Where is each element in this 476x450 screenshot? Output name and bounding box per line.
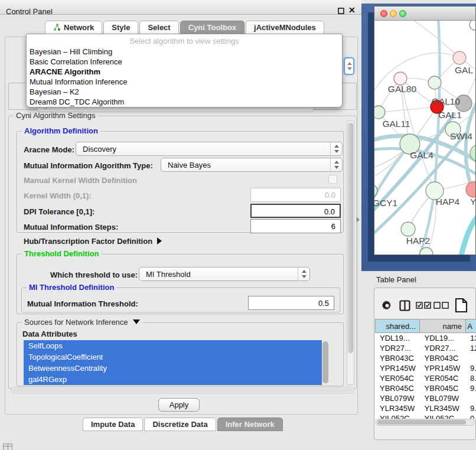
column-header[interactable]: shared... [375,319,420,333]
bottom-tab-infer-network[interactable]: Infer Network [217,418,283,431]
node-label: HAP4 [436,197,460,207]
which-threshold-select[interactable]: MI Threshold [139,267,310,281]
table-row[interactable]: YLR345WYLR345W9. [375,403,476,413]
dpi-tolerance-label: DPI Tolerance [0,1]: [24,207,94,216]
algorithm-dropdown: Select algorithm to view settings Bayesi… [26,34,343,107]
attribute-list-item[interactable]: gal4RGexp [24,374,322,385]
node-label: GAL4 [410,150,433,160]
table-cell: 0 [465,413,476,419]
settings-horizontal-scrollbar[interactable] [11,387,354,393]
table-cell: YPR145W [420,363,466,373]
scrollbar-thumb[interactable] [322,341,328,383]
scrollbar-thumb[interactable] [348,123,353,353]
scrollbar-thumb[interactable] [377,420,466,425]
minimize-window-icon[interactable] [390,10,397,17]
tab-jactivemnodules[interactable]: jActiveMNodules [246,21,324,34]
which-threshold-value: MI Threshold [146,270,191,279]
table-body: YDL19...YDL19...13YDR27...YDR27...12YBR0… [375,333,476,419]
network-node-gcy1[interactable] [374,184,377,197]
tab-style[interactable]: Style [103,21,138,34]
aracne-mode-select[interactable]: Discovery [76,142,343,156]
network-view-window[interactable]: GALGAL80GAL10GAL1GAL11SWI4GAL4GCY1HAP4YH… [374,6,476,255]
network-node-gal11[interactable] [374,106,385,119]
apply-button[interactable]: Apply [158,398,200,412]
deselect-all-icon[interactable] [433,302,449,309]
table-row[interactable]: YER054CYER054C8. [375,373,476,383]
close-window-icon[interactable] [380,10,387,17]
sources-group-title[interactable]: Sources for Network Inference [22,318,142,327]
combo-arrows-icon [298,268,309,281]
table-row[interactable]: YBL079WYBL079W [375,393,476,403]
table-cell: YER054C [375,373,420,383]
network-node-gal80[interactable] [394,72,407,85]
new-table-icon[interactable] [455,298,468,313]
tab-label: Select [148,23,170,32]
network-node[interactable] [470,21,475,30]
network-window-titlebar[interactable] [374,6,475,21]
algorithm-definition-title: Algorithm Definition [22,126,100,135]
dpi-tolerance-field[interactable]: 0.0 [250,204,341,218]
column-header[interactable]: name [420,319,466,333]
bottom-tab-label: Impute Data [91,420,135,429]
table-row[interactable]: YPR145WYPR145W9. [375,363,476,373]
zoom-window-icon[interactable] [399,10,406,17]
table-cell: 9. [465,383,476,393]
hub-definition-toggle[interactable]: Hub/Transcription Factor Definition [24,237,162,246]
table-row[interactable]: YIL052CYIL052C0 [375,413,476,419]
attribute-list-item[interactable]: TopologicalCoefficient [24,351,322,363]
algorithm-option[interactable]: ARACNE Algorithm [27,67,342,77]
network-node-gal10[interactable] [428,76,441,89]
gear-icon[interactable] [382,300,393,311]
network-node-y[interactable] [466,182,475,197]
algorithm-option[interactable]: Dream8 DC_TDC Algorithm [27,97,342,107]
network-node-hap2[interactable] [401,222,415,236]
table-cell: YDL19... [420,333,466,343]
bottom-tab-impute-data[interactable]: Impute Data [83,418,143,431]
manual-kernel-width-checkbox[interactable] [328,175,337,184]
settings-vertical-scrollbar[interactable] [347,120,354,385]
close-panel-icon[interactable]: ✕ [348,5,356,15]
aracne-mode-value: Discovery [83,145,116,154]
table-row[interactable]: YBR043CYBR043C [375,353,476,363]
table-cell: YPR145W [375,363,420,373]
table-cell: YBR043C [375,353,420,363]
network-canvas[interactable]: GALGAL80GAL10GAL1GAL11SWI4GAL4GCY1HAP4YH… [374,21,475,255]
table-row[interactable]: YDR27...YDR27...12 [375,343,476,353]
bottom-tab-discretize-data[interactable]: Discretize Data [144,418,216,431]
attribute-list-item[interactable]: SelfLoops [24,340,322,351]
tab-cyni-toolbox[interactable]: Cyni Toolbox [180,21,244,34]
table-cell: YBR043C [420,353,466,363]
mi-steps-field[interactable]: 6 [250,219,341,233]
table-cell: 8. [465,373,476,383]
split-columns-icon[interactable] [399,300,410,311]
network-edge[interactable] [410,21,459,58]
network-node-gal[interactable] [453,51,466,64]
float-window-icon[interactable] [338,8,344,14]
scrollbar-thumb[interactable] [12,388,353,392]
attributes-list-scrollbar[interactable] [322,341,329,384]
network-edge[interactable] [461,208,475,255]
algorithm-option[interactable]: Bayesian – K2 [27,87,342,97]
table-horizontal-scrollbar[interactable] [376,419,475,426]
node-label: Y [470,197,475,207]
select-all-icon[interactable] [416,302,431,309]
algorithm-option[interactable]: Bayesian – Hill Climbing [27,47,342,57]
splitpane-collapse-icon[interactable] [357,217,360,222]
algorithm-dropdown-options: Bayesian – Hill ClimbingBasic Correlatio… [27,47,342,107]
inference-algorithm-spinner[interactable] [344,57,354,75]
algorithm-option[interactable]: Basic Correlation Inference [27,57,342,67]
column-header[interactable]: A [466,319,476,333]
data-attributes-list[interactable]: SelfLoopsTopologicalCoefficientBetweenne… [24,340,322,385]
settings-group-title: Cyni Algorithm Settings [14,111,97,120]
node-label: GAL80 [388,84,417,94]
table-row[interactable]: YBR045CYBR045C9. [375,383,476,393]
mini-table-icon[interactable] [3,444,12,450]
tab-network[interactable]: Network [45,21,102,34]
mi-threshold-field[interactable]: 0.5 [248,296,334,310]
algorithm-option[interactable]: Mutual Information Inference [27,77,342,87]
mi-algorithm-type-select[interactable]: Naive Bayes [161,158,343,172]
attribute-list-item[interactable]: BetweennessCentrality [24,363,322,374]
kernel-width-field[interactable]: 0.0 [250,188,341,202]
table-row[interactable]: YDL19...YDL19...13 [375,333,476,343]
tab-select[interactable]: Select [139,21,178,34]
